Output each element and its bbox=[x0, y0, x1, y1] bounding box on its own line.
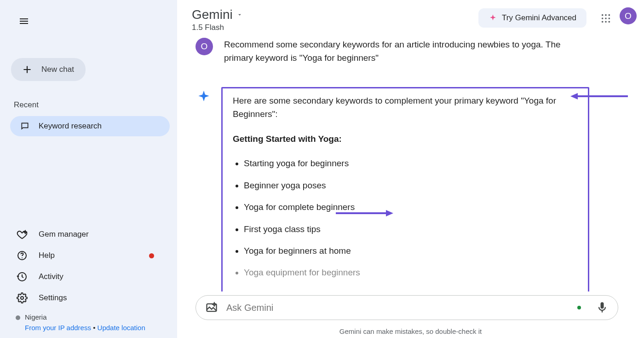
try-advanced-label: Try Gemini Advanced bbox=[502, 13, 576, 23]
user-message-text: Recommend some secondary keywords for an… bbox=[224, 38, 583, 65]
chat-icon bbox=[20, 122, 29, 131]
svg-point-7 bbox=[605, 17, 607, 19]
conversation: O Recommend some secondary keywords for … bbox=[177, 32, 644, 291]
account-avatar[interactable]: O bbox=[620, 7, 637, 24]
prompt-input[interactable] bbox=[226, 303, 569, 313]
sidebar-item-settings[interactable]: Settings bbox=[10, 288, 170, 308]
sidebar-item-chat[interactable]: Keyword research bbox=[10, 116, 170, 136]
disclaimer: Gemini can make mistakes, so double-chec… bbox=[177, 323, 644, 338]
new-chat-button[interactable]: New chat bbox=[11, 58, 86, 81]
user-message: O Recommend some secondary keywords for … bbox=[196, 38, 618, 65]
sidebar-item-gem[interactable]: Gem manager bbox=[10, 224, 170, 245]
google-apps-button[interactable] bbox=[595, 7, 617, 29]
menu-button[interactable] bbox=[13, 10, 35, 32]
try-advanced-button[interactable]: Try Gemini Advanced bbox=[478, 8, 586, 28]
sidebar-item-label: Gem manager bbox=[39, 230, 89, 239]
sidebar: New chat Recent Keyword research Gem man… bbox=[0, 0, 177, 338]
svg-point-1 bbox=[22, 257, 23, 258]
main: Gemini 1.5 Flash Try Gemini Advanced O bbox=[177, 0, 644, 338]
new-chat-label: New chat bbox=[41, 65, 74, 74]
ai-bullet: Yoga equipment for beginners bbox=[244, 266, 578, 279]
location-text: Nigeria bbox=[7, 309, 172, 324]
prompt-input-container bbox=[196, 295, 618, 320]
microphone-icon[interactable] bbox=[596, 301, 609, 314]
svg-point-5 bbox=[609, 14, 610, 16]
svg-point-10 bbox=[605, 21, 607, 23]
ai-message-text: Here are some secondary keywords to comp… bbox=[233, 94, 578, 280]
svg-point-2 bbox=[21, 297, 23, 299]
brand-model: 1.5 Flash bbox=[192, 23, 243, 32]
ip-link[interactable]: From your IP address bbox=[25, 324, 91, 332]
gear-icon bbox=[17, 292, 28, 303]
ai-section-title: Getting Started with Yoga: bbox=[233, 134, 342, 144]
heart-icon bbox=[17, 229, 28, 240]
ai-intro: Here are some secondary keywords to comp… bbox=[233, 94, 578, 121]
history-icon bbox=[17, 271, 28, 282]
ai-bullet: Yoga for beginners at home bbox=[244, 244, 578, 257]
svg-point-6 bbox=[602, 17, 604, 19]
location-links: From your IP address • Update location bbox=[7, 324, 172, 333]
status-dot bbox=[577, 306, 581, 309]
plus-icon bbox=[21, 64, 33, 76]
ai-bullet: Yoga for complete beginners bbox=[244, 200, 578, 214]
sidebar-item-activity[interactable]: Activity bbox=[10, 267, 170, 287]
notification-dot bbox=[149, 253, 154, 258]
svg-point-9 bbox=[602, 21, 604, 23]
brand-switcher[interactable]: Gemini 1.5 Flash bbox=[192, 7, 243, 32]
spark-icon bbox=[489, 14, 497, 23]
apps-grid-icon bbox=[601, 13, 611, 23]
ai-bullet: First yoga class tips bbox=[244, 222, 578, 236]
chevron-down-icon bbox=[236, 12, 243, 18]
sidebar-item-label: Help bbox=[39, 251, 55, 260]
gemini-sparkle-icon bbox=[197, 89, 210, 104]
ai-bullet: Starting yoga for beginners bbox=[244, 157, 578, 170]
recent-label: Recent bbox=[14, 100, 172, 110]
image-upload-icon[interactable] bbox=[205, 301, 218, 314]
svg-point-3 bbox=[602, 14, 604, 16]
hamburger-icon bbox=[18, 16, 29, 27]
update-location-link[interactable]: Update location bbox=[98, 324, 145, 332]
svg-point-11 bbox=[609, 21, 610, 23]
brand-name: Gemini bbox=[192, 7, 233, 22]
ai-message: Here are some secondary keywords to comp… bbox=[196, 87, 618, 291]
sidebar-item-label: Settings bbox=[39, 293, 67, 303]
input-area bbox=[177, 291, 644, 323]
ai-bullet-list: Starting yoga for beginners Beginner yog… bbox=[233, 157, 578, 280]
svg-point-8 bbox=[609, 17, 610, 19]
user-avatar: O bbox=[196, 38, 213, 55]
help-icon bbox=[17, 250, 28, 261]
topbar: Gemini 1.5 Flash Try Gemini Advanced O bbox=[177, 0, 644, 32]
sidebar-chat-label: Keyword research bbox=[39, 122, 102, 131]
sidebar-item-help[interactable]: Help bbox=[10, 245, 170, 266]
sidebar-item-label: Activity bbox=[39, 272, 63, 281]
ai-message-box: Here are some secondary keywords to comp… bbox=[221, 87, 589, 291]
svg-point-4 bbox=[605, 14, 607, 16]
ai-bullet: Beginner yoga poses bbox=[244, 179, 578, 192]
